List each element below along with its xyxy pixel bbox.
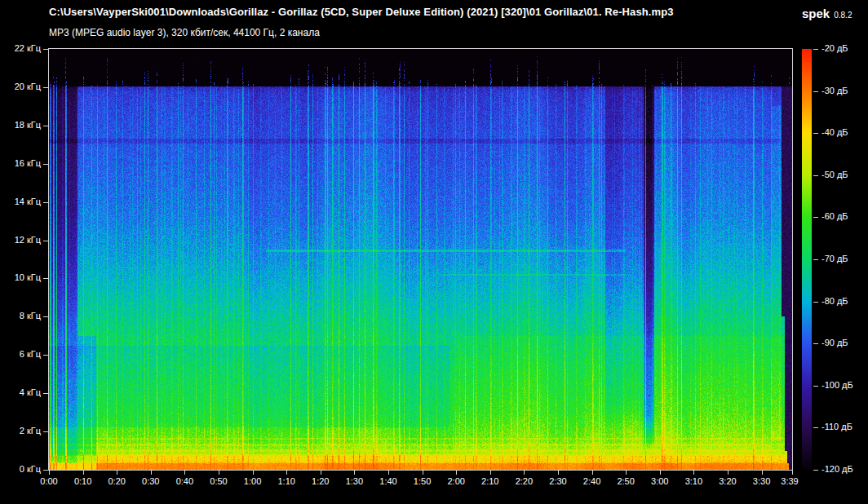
freq-tick-label: 20 кГц <box>0 82 41 92</box>
db-tick <box>813 175 818 176</box>
time-tick <box>253 471 254 475</box>
time-tick-label: 2:40 <box>583 476 600 486</box>
app-brand: spek0.8.2 <box>802 7 852 21</box>
db-tick-label: -70 дБ <box>822 254 848 264</box>
time-tick <box>592 471 593 475</box>
db-tick-label: -40 дБ <box>822 127 848 138</box>
db-tick-label: -20 дБ <box>822 43 848 54</box>
time-tick-label: 1:50 <box>414 476 431 486</box>
time-tick <box>354 471 355 475</box>
freq-tick-label: 16 кГц <box>0 158 41 169</box>
time-tick <box>524 471 525 475</box>
db-tick <box>813 302 818 303</box>
time-tick-label: 2:10 <box>481 476 498 486</box>
plot-area <box>48 48 793 471</box>
time-tick-label: 0:10 <box>74 476 91 486</box>
freq-tick <box>43 431 48 432</box>
db-tick <box>813 91 818 92</box>
db-tick <box>813 343 818 344</box>
freq-tick <box>43 241 48 241</box>
db-tick <box>813 217 818 218</box>
time-tick <box>117 471 117 475</box>
freq-tick-label: 18 кГц <box>0 120 41 130</box>
time-tick <box>83 471 84 475</box>
spectrogram-canvas <box>49 49 792 470</box>
time-tick <box>558 471 559 475</box>
freq-tick <box>43 355 48 356</box>
freq-tick <box>43 470 48 471</box>
time-tick <box>728 471 728 475</box>
freq-tick <box>43 316 48 317</box>
time-tick-label: 2:30 <box>549 476 566 486</box>
time-tick <box>423 471 423 475</box>
freq-tick-label: 10 кГц <box>0 272 41 283</box>
time-tick <box>388 471 389 475</box>
time-tick <box>151 471 152 475</box>
freq-tick-label: 4 кГц <box>0 387 41 398</box>
file-path-title: C:\Users\VayperSki001\Downloads\Gorillaz… <box>49 6 674 18</box>
freq-tick-label: 2 кГц <box>0 426 41 436</box>
spek-window: C:\Users\VayperSki001\Downloads\Gorillaz… <box>0 0 868 504</box>
freq-tick-label: 22 кГц <box>0 43 41 54</box>
time-tick-label: 0:40 <box>176 476 193 486</box>
freq-tick <box>43 278 48 279</box>
freq-tick-label: 8 кГц <box>0 311 41 321</box>
time-tick <box>219 471 219 475</box>
freq-tick <box>43 126 48 126</box>
time-tick-label: 2:00 <box>447 476 464 486</box>
freq-tick <box>43 393 48 394</box>
time-tick <box>490 471 491 475</box>
freq-tick <box>43 202 48 203</box>
db-tick-label: -110 дБ <box>822 422 852 432</box>
freq-tick-label: 6 кГц <box>0 349 41 360</box>
app-name: spek <box>802 7 830 20</box>
time-tick <box>286 471 287 475</box>
time-tick <box>792 471 793 475</box>
db-tick <box>813 259 818 260</box>
time-tick <box>49 471 50 475</box>
time-tick <box>321 471 321 475</box>
time-tick-label: 1:30 <box>346 476 363 486</box>
db-tick <box>813 133 818 134</box>
freq-tick <box>43 164 48 165</box>
time-tick-label: 3:20 <box>719 476 736 486</box>
colorbar <box>802 49 812 470</box>
time-tick <box>762 471 763 475</box>
time-tick <box>693 471 694 475</box>
time-tick <box>456 471 457 475</box>
db-tick-label: -90 дБ <box>822 338 848 348</box>
db-tick <box>813 470 818 471</box>
db-tick-label: -80 дБ <box>822 296 848 307</box>
time-tick-label: 0:50 <box>210 476 227 486</box>
time-tick <box>660 471 661 475</box>
db-tick <box>813 427 818 428</box>
freq-tick-label: 14 кГц <box>0 197 41 207</box>
freq-tick-label: 0 кГц <box>0 464 41 475</box>
db-tick-label: -30 дБ <box>822 86 848 96</box>
time-tick-label: 2:20 <box>516 476 533 486</box>
time-tick-label: 0:20 <box>108 476 125 486</box>
db-tick-label: -120 дБ <box>822 464 853 475</box>
time-tick-label: 2:50 <box>617 476 634 486</box>
time-tick-label: 0:00 <box>40 476 57 486</box>
time-tick-label: 3:39 <box>781 476 798 486</box>
time-tick <box>184 471 185 475</box>
time-tick-label: 0:30 <box>142 476 159 486</box>
db-tick <box>813 386 818 387</box>
time-tick-label: 1:10 <box>277 476 294 486</box>
db-tick-label: -60 дБ <box>822 211 848 222</box>
time-tick <box>626 471 627 475</box>
db-tick-label: -50 дБ <box>822 170 848 180</box>
time-tick-label: 1:00 <box>244 476 261 486</box>
time-tick-label: 1:40 <box>379 476 396 486</box>
time-tick-label: 3:30 <box>753 476 770 486</box>
freq-tick <box>43 87 48 88</box>
db-tick <box>813 49 818 50</box>
time-tick-label: 3:00 <box>651 476 668 486</box>
time-tick-label: 3:10 <box>685 476 702 486</box>
freq-tick-label: 12 кГц <box>0 235 41 245</box>
db-tick-label: -100 дБ <box>822 380 853 391</box>
time-tick-label: 1:20 <box>312 476 329 486</box>
app-version: 0.8.2 <box>834 11 852 20</box>
freq-tick <box>43 49 48 50</box>
